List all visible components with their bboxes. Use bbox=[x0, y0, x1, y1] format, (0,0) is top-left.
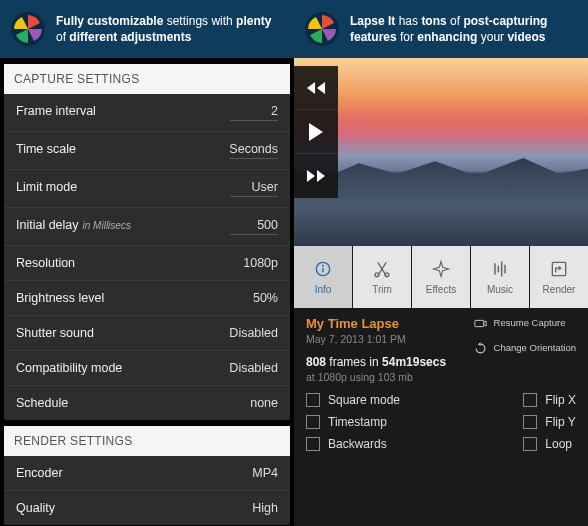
checkbox-loop[interactable]: Loop bbox=[523, 437, 576, 451]
checkbox-square-mode[interactable]: Square mode bbox=[306, 393, 400, 407]
capture-row[interactable]: Resolution1080p bbox=[4, 246, 290, 281]
trim-icon bbox=[372, 259, 392, 279]
svg-point-5 bbox=[375, 273, 379, 277]
playback-controls bbox=[294, 66, 338, 198]
pinwheel-logo-icon bbox=[304, 11, 340, 47]
options-checkboxes: Square modeTimestampBackwards Flip XFlip… bbox=[294, 387, 588, 451]
capture-row[interactable]: Brightness level50% bbox=[4, 281, 290, 316]
info-icon bbox=[313, 259, 333, 279]
capture-row[interactable]: Frame interval2 bbox=[4, 94, 290, 132]
checkbox-label: Flip X bbox=[545, 393, 576, 407]
capture-value: Disabled bbox=[229, 326, 278, 340]
render-panel: RENDER SETTINGS EncoderMP4QualityHigh bbox=[4, 426, 290, 525]
checkbox-label: Timestamp bbox=[328, 415, 387, 429]
render-value: MP4 bbox=[252, 466, 278, 480]
capture-row[interactable]: Time scaleSeconds bbox=[4, 132, 290, 170]
right-banner: Lapse It has tons of post-capturing feat… bbox=[294, 0, 588, 58]
capture-panel: CAPTURE SETTINGS Frame interval2Time sca… bbox=[4, 64, 290, 420]
rotate-icon bbox=[473, 341, 488, 356]
camera-play-icon bbox=[473, 316, 488, 331]
checkbox-label: Loop bbox=[545, 437, 572, 451]
left-pane: Fully customizable settings with plenty … bbox=[0, 0, 294, 526]
render-label: Encoder bbox=[16, 466, 63, 480]
svg-point-4 bbox=[322, 265, 324, 267]
render-header: RENDER SETTINGS bbox=[4, 426, 290, 456]
capture-label: Resolution bbox=[16, 256, 75, 270]
checkbox-label: Flip Y bbox=[545, 415, 575, 429]
tool-trim[interactable]: Trim bbox=[353, 246, 412, 308]
render-icon bbox=[549, 259, 569, 279]
capture-value: 500 bbox=[230, 218, 278, 235]
capture-row[interactable]: Compatibility modeDisabled bbox=[4, 351, 290, 386]
tool-render[interactable]: Render bbox=[530, 246, 588, 308]
checkbox-box bbox=[306, 437, 320, 451]
project-title: My Time Lapse bbox=[306, 316, 461, 331]
capture-row[interactable]: Limit modeUser bbox=[4, 170, 290, 208]
capture-value: 1080p bbox=[243, 256, 278, 270]
capture-value: 2 bbox=[230, 104, 278, 121]
capture-value: 50% bbox=[253, 291, 278, 305]
checkbox-box bbox=[306, 415, 320, 429]
tool-label: Effects bbox=[426, 284, 456, 295]
checkbox-flip-x[interactable]: Flip X bbox=[523, 393, 576, 407]
play-button[interactable] bbox=[294, 110, 338, 154]
capture-row[interactable]: Initial delayin Millisecs500 bbox=[4, 208, 290, 246]
project-subline: at 1080p using 103 mb bbox=[306, 371, 461, 383]
checkbox-label: Backwards bbox=[328, 437, 387, 451]
capture-row[interactable]: Schedulenone bbox=[4, 386, 290, 420]
sublabel: in Millisecs bbox=[83, 220, 131, 231]
capture-label: Time scale bbox=[16, 142, 76, 156]
capture-value: none bbox=[250, 396, 278, 410]
render-value: High bbox=[252, 501, 278, 515]
forward-button[interactable] bbox=[294, 154, 338, 198]
checkbox-box bbox=[306, 393, 320, 407]
checkbox-timestamp[interactable]: Timestamp bbox=[306, 415, 400, 429]
project-frames: 808 frames in 54m19secs bbox=[306, 355, 461, 369]
resume-capture-button[interactable]: Resume Capture bbox=[473, 316, 576, 331]
effects-icon bbox=[431, 259, 451, 279]
svg-point-6 bbox=[385, 273, 389, 277]
tool-label: Render bbox=[543, 284, 576, 295]
svg-rect-12 bbox=[474, 320, 483, 326]
pinwheel-logo-icon bbox=[10, 11, 46, 47]
checkbox-box bbox=[523, 437, 537, 451]
left-banner: Fully customizable settings with plenty … bbox=[0, 0, 294, 58]
capture-value: User bbox=[230, 180, 278, 197]
left-banner-text: Fully customizable settings with plenty … bbox=[56, 13, 284, 45]
capture-label: Frame interval bbox=[16, 104, 96, 118]
toolbar: InfoTrimEffectsMusicRender bbox=[294, 246, 588, 308]
tool-info[interactable]: Info bbox=[294, 246, 353, 308]
capture-label: Compatibility mode bbox=[16, 361, 122, 375]
video-preview[interactable] bbox=[294, 58, 588, 246]
project-date: May 7, 2013 1:01 PM bbox=[306, 333, 461, 345]
tool-music[interactable]: Music bbox=[471, 246, 530, 308]
right-body: InfoTrimEffectsMusicRender My Time Lapse… bbox=[294, 58, 588, 526]
tool-label: Info bbox=[315, 284, 332, 295]
project-details: My Time Lapse May 7, 2013 1:01 PM 808 fr… bbox=[294, 308, 588, 387]
checkbox-box bbox=[523, 415, 537, 429]
right-banner-text: Lapse It has tons of post-capturing feat… bbox=[350, 13, 578, 45]
capture-label: Shutter sound bbox=[16, 326, 94, 340]
render-row[interactable]: EncoderMP4 bbox=[4, 456, 290, 491]
render-label: Quality bbox=[16, 501, 55, 515]
rewind-button[interactable] bbox=[294, 66, 338, 110]
capture-value: Disabled bbox=[229, 361, 278, 375]
checkbox-label: Square mode bbox=[328, 393, 400, 407]
capture-label: Schedule bbox=[16, 396, 68, 410]
capture-header: CAPTURE SETTINGS bbox=[4, 64, 290, 94]
capture-label: Limit mode bbox=[16, 180, 77, 194]
capture-value: Seconds bbox=[229, 142, 278, 159]
left-body: CAPTURE SETTINGS Frame interval2Time sca… bbox=[0, 58, 294, 526]
checkbox-box bbox=[523, 393, 537, 407]
music-icon bbox=[490, 259, 510, 279]
tool-label: Music bbox=[487, 284, 513, 295]
render-row[interactable]: QualityHigh bbox=[4, 491, 290, 525]
change-orientation-button[interactable]: Change Orientation bbox=[473, 341, 576, 356]
capture-label: Initial delayin Millisecs bbox=[16, 218, 131, 232]
checkbox-flip-y[interactable]: Flip Y bbox=[523, 415, 576, 429]
right-pane: Lapse It has tons of post-capturing feat… bbox=[294, 0, 588, 526]
tool-effects[interactable]: Effects bbox=[412, 246, 471, 308]
capture-row[interactable]: Shutter soundDisabled bbox=[4, 316, 290, 351]
tool-label: Trim bbox=[372, 284, 392, 295]
checkbox-backwards[interactable]: Backwards bbox=[306, 437, 400, 451]
